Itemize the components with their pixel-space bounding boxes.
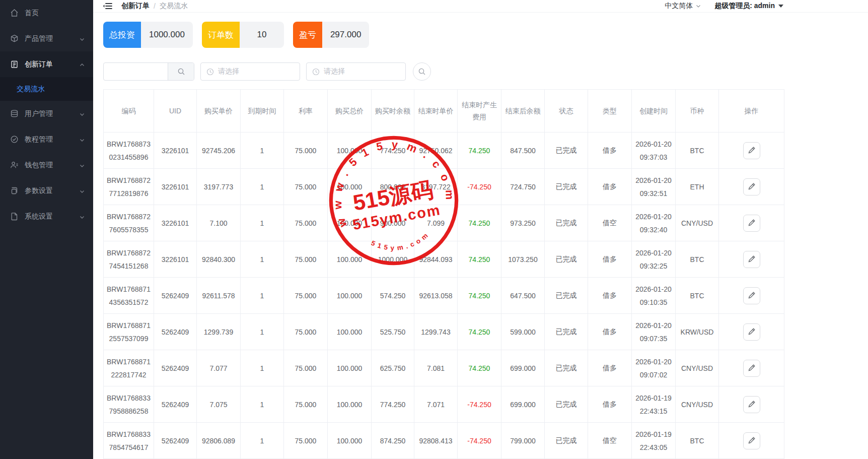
- cell-buy-price: 92611.578: [197, 278, 241, 314]
- cell-balance-after: 699.000: [501, 350, 545, 386]
- stat-label: 订单数: [202, 22, 240, 48]
- search-input[interactable]: [104, 63, 168, 80]
- search-button[interactable]: [168, 63, 194, 80]
- cell-buy-total: 100.000: [328, 241, 372, 278]
- cell-coin: BTC: [676, 133, 719, 169]
- date-picker-start[interactable]: 请选择: [200, 62, 300, 81]
- search-icon: [177, 68, 185, 76]
- cell-actions: [719, 350, 784, 386]
- cell-buy-price: 3197.773: [197, 169, 241, 205]
- sidebar-item-products[interactable]: 产品管理: [0, 26, 93, 51]
- table-row: BRW17688727712819876 3226101 3197.773 1 …: [104, 169, 784, 205]
- cell-buy-price: 7.100: [197, 205, 241, 241]
- cell-actions: [719, 133, 784, 169]
- orders-table: 编码 UID 购买单价 到期时间 利率 购买总价 购买时余额 结束时单价 结束时…: [103, 89, 784, 459]
- cell-uid: 3226101: [154, 133, 197, 169]
- chevron-up-icon: [79, 61, 85, 68]
- cell-rate: 75.000: [284, 169, 328, 205]
- cell-balance-at-buy: 774.250: [372, 386, 414, 423]
- cell-balance-after: 1073.250: [501, 241, 545, 278]
- filter-search-button[interactable]: [413, 62, 431, 81]
- stat-card-total-investment: 总投资 1000.000: [103, 22, 193, 48]
- caret-down-icon: [778, 5, 783, 8]
- cell-balance-at-buy: 800.000: [372, 169, 414, 205]
- cell-type: 借多: [588, 133, 632, 169]
- sidebar-item-tutorials[interactable]: 教程管理: [0, 126, 93, 152]
- cell-rate: 75.000: [284, 241, 328, 278]
- cell-coin: CNY/USD: [676, 205, 719, 241]
- user-icon: [10, 161, 19, 169]
- cell-created: 2026-01-1922:43:05: [632, 423, 676, 459]
- cell-type: 借多: [588, 314, 632, 350]
- edit-button[interactable]: [743, 432, 760, 449]
- cell-uid: 3226101: [154, 169, 197, 205]
- table-row: BRW17688714356351572 5262409 92611.578 1…: [104, 278, 784, 314]
- edit-button[interactable]: [743, 287, 760, 304]
- edit-button[interactable]: [743, 396, 760, 413]
- cell-coin: ETH: [676, 169, 719, 205]
- edit-button[interactable]: [743, 142, 760, 159]
- cell-type: 借多: [588, 169, 632, 205]
- col-expire-time: 到期时间: [241, 90, 284, 133]
- chevron-down-icon: [79, 162, 85, 168]
- document-icon: [10, 186, 19, 195]
- table-row: BRW17688712557537099 5262409 1299.739 1 …: [104, 314, 784, 350]
- cell-end-price: 92808.413: [414, 423, 458, 459]
- stats-row: 总投资 1000.000 订单数 10 盈亏 297.000: [103, 22, 868, 48]
- table-row: BRW17688337854754617 5262409 92806.089 1…: [104, 423, 784, 459]
- cell-end-price: 7.099: [414, 205, 458, 241]
- cell-balance-at-buy: 1000.000: [372, 241, 414, 278]
- cell-balance-after: 799.000: [501, 423, 545, 459]
- date-picker-end[interactable]: 请选择: [306, 62, 406, 81]
- sidebar-item-system[interactable]: 系统设置: [0, 204, 93, 229]
- cell-end-price: 3197.722: [414, 169, 458, 205]
- language-selector[interactable]: 中文简体: [665, 2, 701, 11]
- sidebar-item-orders[interactable]: 创新订单: [0, 51, 93, 77]
- top-bar: 创新订单 / 交易流水 中文简体 超级管理员: admin: [93, 0, 868, 13]
- clipboard-icon: [10, 60, 19, 69]
- cell-buy-price: 7.077: [197, 350, 241, 386]
- sidebar-item-home[interactable]: 首页: [0, 0, 93, 26]
- menu-fold-button[interactable]: [101, 0, 113, 12]
- cell-type: 借多: [588, 278, 632, 314]
- cell-end-price: 7.081: [414, 350, 458, 386]
- orders-table-wrap: 编码 UID 购买单价 到期时间 利率 购买总价 购买时余额 结束时单价 结束时…: [103, 89, 784, 459]
- cell-created: 2026-01-2009:37:03: [632, 133, 676, 169]
- cell-status: 已完成: [545, 423, 588, 459]
- table-row: BRW17688727454151268 3226101 92840.300 1…: [104, 241, 784, 278]
- chevron-down-icon: [695, 3, 701, 9]
- cell-balance-after: 599.000: [501, 314, 545, 350]
- col-balance-after: 结束后余额: [501, 90, 545, 133]
- cell-status: 已完成: [545, 133, 588, 169]
- chevron-down-icon: [79, 214, 85, 220]
- sidebar-item-users[interactable]: 用户管理: [0, 101, 93, 126]
- clock-icon: [312, 68, 320, 76]
- edit-button[interactable]: [743, 178, 760, 195]
- stat-label: 总投资: [103, 22, 141, 48]
- sidebar-item-wallets[interactable]: 钱包管理: [0, 152, 93, 178]
- cell-expire-time: 1: [241, 133, 284, 169]
- sidebar-subitem-transactions[interactable]: 交易流水: [0, 77, 93, 101]
- cell-code: BRW17688712557537099: [104, 314, 154, 350]
- cell-code: BRW17688337958886258: [104, 386, 154, 423]
- cell-coin: BTC: [676, 423, 719, 459]
- cell-buy-total: 100.000: [328, 278, 372, 314]
- cell-expire-time: 1: [241, 314, 284, 350]
- sidebar-item-parameters[interactable]: 参数设置: [0, 178, 93, 204]
- cell-buy-total: 100.000: [328, 169, 372, 205]
- content-area: 总投资 1000.000 订单数 10 盈亏 297.000: [93, 13, 868, 459]
- edit-button[interactable]: [743, 251, 760, 268]
- user-label: 超级管理员: admin: [714, 2, 775, 11]
- cell-end-fee: -74.250: [458, 423, 501, 459]
- table-header-row: 编码 UID 购买单价 到期时间 利率 购买总价 购买时余额 结束时单价 结束时…: [104, 90, 784, 133]
- cell-created: 2026-01-2009:32:40: [632, 205, 676, 241]
- edit-button[interactable]: [743, 323, 760, 341]
- cell-created: 2026-01-2009:32:51: [632, 169, 676, 205]
- sidebar-subitem-label: 交易流水: [17, 85, 45, 94]
- edit-button[interactable]: [743, 215, 760, 232]
- cell-end-price: 92844.093: [414, 241, 458, 278]
- cell-created: 2026-01-2009:07:02: [632, 350, 676, 386]
- user-menu[interactable]: 超级管理员: admin: [714, 2, 783, 11]
- breadcrumb-parent[interactable]: 创新订单: [121, 2, 150, 11]
- edit-button[interactable]: [743, 360, 760, 377]
